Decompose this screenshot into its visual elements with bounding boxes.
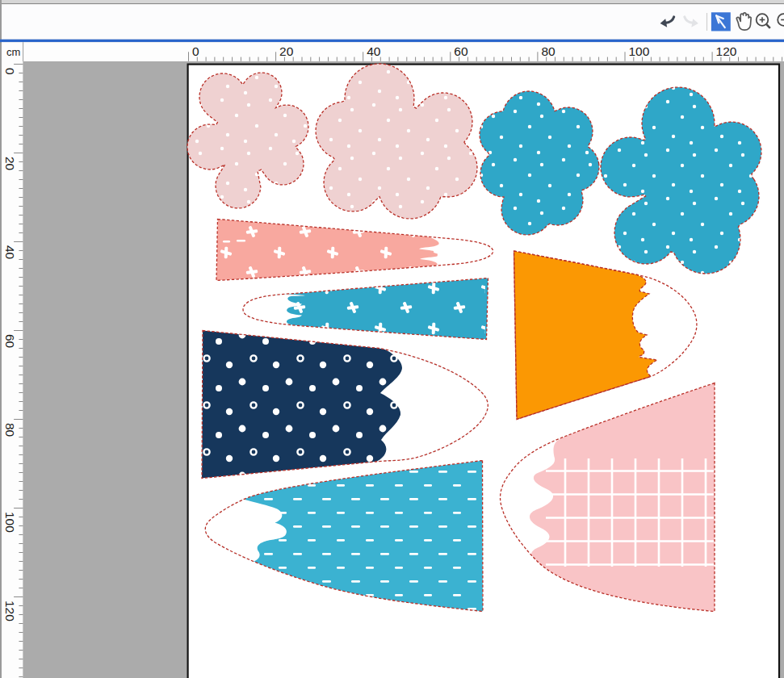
svg-text:120: 120 <box>3 601 17 622</box>
svg-text:20: 20 <box>3 157 17 171</box>
svg-text:120: 120 <box>716 44 737 58</box>
svg-text:80: 80 <box>3 423 17 437</box>
svg-text:cm: cm <box>6 46 20 58</box>
svg-text:40: 40 <box>367 44 381 58</box>
svg-text:0: 0 <box>3 68 17 75</box>
svg-text:60: 60 <box>3 334 17 349</box>
svg-text:60: 60 <box>454 44 468 58</box>
svg-text:0: 0 <box>192 44 199 58</box>
svg-text:20: 20 <box>279 44 294 58</box>
svg-text:100: 100 <box>629 44 650 58</box>
svg-text:40: 40 <box>3 245 17 260</box>
svg-text:80: 80 <box>541 44 556 58</box>
svg-text:100: 100 <box>3 512 17 533</box>
